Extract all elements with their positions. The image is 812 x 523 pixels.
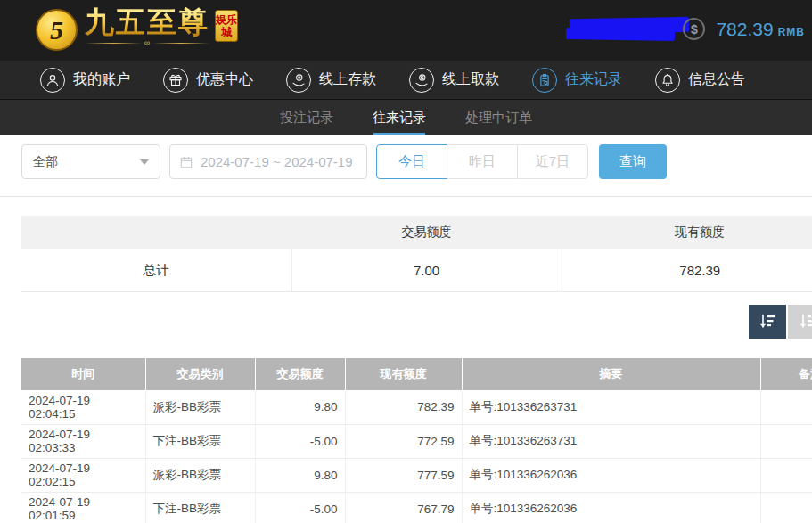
balance-area: $ 782.39 RMB — [683, 18, 805, 40]
site-logo[interactable]: 5 九五至尊 ∞ 娱乐城 — [36, 7, 238, 51]
withdraw-icon — [409, 68, 434, 93]
quick-today-button[interactable]: 今日 — [376, 144, 447, 179]
table-row: 2024-07-19 02:01:59下注-BB彩票-5.00767.79单号:… — [21, 492, 812, 523]
nav-label: 线上取款 — [442, 70, 499, 89]
quick-last7days-button[interactable]: 近7日 — [517, 144, 588, 179]
quick-range-group: 今日 昨日 近7日 — [376, 144, 588, 179]
summary-header-row: 交易额度 现有额度 — [21, 216, 812, 249]
col-balance: 现有额度 — [345, 358, 462, 390]
cell-remark — [760, 458, 812, 492]
cell-summary: 单号:101336262036 — [462, 492, 760, 523]
cell-type: 下注-BB彩票 — [145, 492, 255, 523]
summary-total-label: 总计 — [21, 249, 291, 291]
cell-type: 派彩-BB彩票 — [145, 458, 255, 492]
cell-remark — [760, 390, 812, 424]
table-row: 2024-07-19 02:02:15派彩-BB彩票9.80777.59单号:1… — [21, 458, 812, 492]
cell-remark — [760, 424, 812, 458]
nav-item-withdraw[interactable]: 线上取款 — [409, 68, 499, 93]
currency-code: RMB — [778, 20, 805, 38]
nav-label: 线上存款 — [319, 70, 376, 89]
deposit-icon — [286, 68, 311, 93]
col-time: 时间 — [21, 358, 145, 390]
logo-title: 九五至尊 — [85, 7, 209, 37]
logo-badge: 娱乐城 — [215, 10, 238, 42]
search-button[interactable]: 查询 — [599, 144, 667, 179]
cell-remark — [760, 492, 812, 523]
active-tab-underline — [373, 133, 425, 135]
summary-current-balance: 782.39 — [562, 249, 812, 291]
sort-ascending-button[interactable] — [788, 305, 812, 339]
summary-header-empty — [21, 216, 291, 249]
col-remark: 备注 — [760, 358, 812, 390]
cell-balance: 782.39 — [345, 390, 462, 424]
quick-yesterday-button[interactable]: 昨日 — [447, 144, 518, 179]
summary-header-balance: 现有额度 — [562, 216, 812, 249]
col-type: 交易类别 — [145, 358, 255, 390]
user-icon — [40, 68, 65, 93]
balance-amount: 782.39 — [716, 19, 773, 40]
date-range-input[interactable]: 2024-07-19 ~ 2024-07-19 — [169, 144, 367, 179]
logo-emblem-icon: 5 — [36, 9, 78, 51]
nav-label: 优惠中心 — [196, 70, 253, 89]
cell-amount: 9.80 — [255, 390, 345, 424]
top-header: 5 九五至尊 ∞ 娱乐城 $ 782.39 RMB — [0, 0, 812, 61]
col-summary: 摘要 — [462, 358, 760, 390]
gift-icon — [163, 68, 188, 93]
records-icon — [532, 68, 557, 93]
redacted-username — [566, 18, 692, 42]
sort-buttons — [749, 305, 812, 339]
page: 5 九五至尊 ∞ 娱乐城 $ 782.39 RMB 我的账户 — [0, 0, 812, 523]
tab-pending-orders[interactable]: 处理中订单 — [465, 100, 532, 135]
nav-label: 往来记录 — [565, 70, 622, 89]
main-nav: 我的账户 优惠中心 线上存款 线上取款 往来记录 — [0, 61, 812, 100]
cell-time: 2024-07-19 02:04:15 — [21, 390, 145, 424]
nav-item-announcements[interactable]: 信息公告 — [655, 68, 745, 93]
sub-tabs: 投注记录 往来记录 处理中订单 — [0, 100, 812, 135]
summary-table: 交易额度 现有额度 总计 7.00 782.39 — [21, 216, 812, 292]
tab-bet-records[interactable]: 投注记录 — [280, 100, 333, 135]
nav-item-my-account[interactable]: 我的账户 — [40, 68, 130, 93]
cell-summary: 单号:101336262036 — [462, 458, 760, 492]
records-table: 时间 交易类别 交易额度 现有额度 摘要 备注 2024-07-19 02:04… — [21, 358, 812, 523]
col-amount: 交易额度 — [255, 358, 345, 390]
dollar-icon: $ — [683, 18, 705, 40]
cell-summary: 单号:101336263731 — [462, 424, 760, 458]
tab-transaction-records[interactable]: 往来记录 — [373, 100, 426, 135]
summary-header-transaction: 交易额度 — [291, 216, 562, 249]
date-range-value: 2024-07-19 ~ 2024-07-19 — [201, 154, 353, 169]
summary-total-row: 总计 7.00 782.39 — [21, 249, 812, 291]
cell-amount: 9.80 — [255, 458, 345, 492]
cell-summary: 单号:101336263731 — [462, 390, 760, 424]
logo-flourish-icon: ∞ — [85, 39, 209, 47]
records-header-row: 时间 交易类别 交易额度 现有额度 摘要 备注 — [21, 358, 812, 390]
sort-descending-button[interactable] — [749, 305, 786, 339]
cell-time: 2024-07-19 02:03:33 — [21, 424, 145, 458]
nav-item-promotions[interactable]: 优惠中心 — [163, 68, 253, 93]
chevron-down-icon — [140, 159, 149, 165]
nav-item-transactions[interactable]: 往来记录 — [532, 68, 622, 93]
calendar-icon — [179, 155, 193, 169]
cell-time: 2024-07-19 02:02:15 — [21, 458, 145, 492]
bell-icon — [655, 68, 680, 93]
cell-balance: 767.79 — [345, 492, 462, 523]
section-divider — [0, 196, 812, 197]
nav-label: 我的账户 — [73, 70, 130, 89]
summary-transaction-amount: 7.00 — [291, 249, 562, 291]
nav-item-deposit[interactable]: 线上存款 — [286, 68, 376, 93]
table-row: 2024-07-19 02:03:33下注-BB彩票-5.00772.59单号:… — [21, 424, 812, 458]
type-select-value: 全部 — [33, 154, 58, 170]
filter-row: 全部 2024-07-19 ~ 2024-07-19 今日 昨日 近7日 查询 — [21, 144, 667, 179]
cell-balance: 777.59 — [345, 458, 462, 492]
nav-label: 信息公告 — [688, 70, 745, 89]
cell-type: 派彩-BB彩票 — [145, 390, 255, 424]
cell-balance: 772.59 — [345, 424, 462, 458]
cell-time: 2024-07-19 02:01:59 — [21, 492, 145, 523]
cell-amount: -5.00 — [255, 492, 345, 523]
type-select[interactable]: 全部 — [21, 144, 160, 179]
cell-type: 下注-BB彩票 — [145, 424, 255, 458]
table-row: 2024-07-19 02:04:15派彩-BB彩票9.80782.39单号:1… — [21, 390, 812, 424]
cell-amount: -5.00 — [255, 424, 345, 458]
